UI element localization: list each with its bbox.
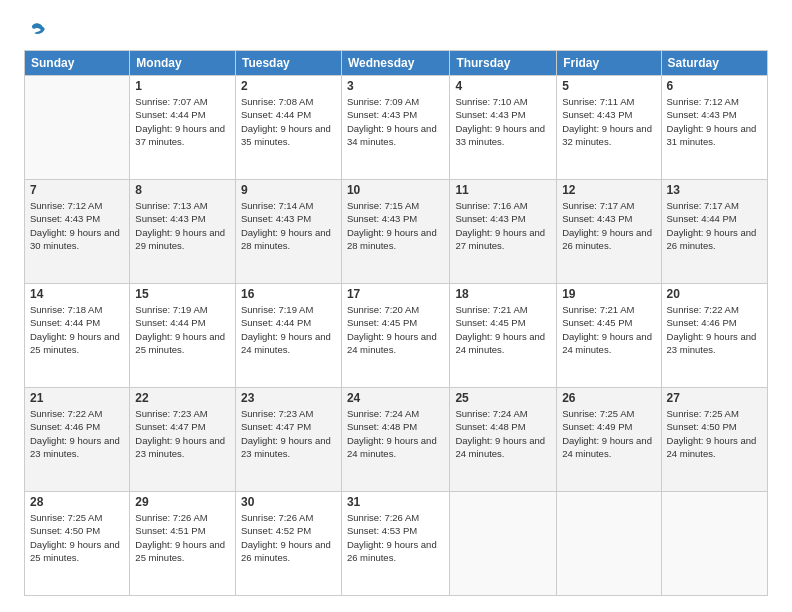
day-number: 31 [347, 495, 444, 509]
day-number: 11 [455, 183, 551, 197]
day-number: 15 [135, 287, 230, 301]
day-info: Sunrise: 7:23 AMSunset: 4:47 PMDaylight:… [135, 407, 230, 460]
day-number: 27 [667, 391, 762, 405]
calendar-cell: 29Sunrise: 7:26 AMSunset: 4:51 PMDayligh… [130, 492, 236, 596]
day-number: 21 [30, 391, 124, 405]
calendar-cell [25, 76, 130, 180]
calendar-cell: 30Sunrise: 7:26 AMSunset: 4:52 PMDayligh… [235, 492, 341, 596]
day-info: Sunrise: 7:19 AMSunset: 4:44 PMDaylight:… [135, 303, 230, 356]
col-saturday: Saturday [661, 51, 767, 76]
day-info: Sunrise: 7:22 AMSunset: 4:46 PMDaylight:… [30, 407, 124, 460]
calendar-cell: 28Sunrise: 7:25 AMSunset: 4:50 PMDayligh… [25, 492, 130, 596]
day-number: 19 [562, 287, 655, 301]
day-info: Sunrise: 7:24 AMSunset: 4:48 PMDaylight:… [347, 407, 444, 460]
calendar-cell [450, 492, 557, 596]
day-info: Sunrise: 7:18 AMSunset: 4:44 PMDaylight:… [30, 303, 124, 356]
day-info: Sunrise: 7:26 AMSunset: 4:52 PMDaylight:… [241, 511, 336, 564]
day-info: Sunrise: 7:25 AMSunset: 4:50 PMDaylight:… [30, 511, 124, 564]
col-sunday: Sunday [25, 51, 130, 76]
day-number: 3 [347, 79, 444, 93]
calendar-cell: 17Sunrise: 7:20 AMSunset: 4:45 PMDayligh… [341, 284, 449, 388]
day-info: Sunrise: 7:12 AMSunset: 4:43 PMDaylight:… [667, 95, 762, 148]
day-info: Sunrise: 7:22 AMSunset: 4:46 PMDaylight:… [667, 303, 762, 356]
day-number: 30 [241, 495, 336, 509]
day-number: 4 [455, 79, 551, 93]
calendar-cell: 6Sunrise: 7:12 AMSunset: 4:43 PMDaylight… [661, 76, 767, 180]
col-monday: Monday [130, 51, 236, 76]
day-info: Sunrise: 7:14 AMSunset: 4:43 PMDaylight:… [241, 199, 336, 252]
day-info: Sunrise: 7:13 AMSunset: 4:43 PMDaylight:… [135, 199, 230, 252]
calendar-cell [557, 492, 661, 596]
calendar-cell: 18Sunrise: 7:21 AMSunset: 4:45 PMDayligh… [450, 284, 557, 388]
calendar-week-row: 28Sunrise: 7:25 AMSunset: 4:50 PMDayligh… [25, 492, 768, 596]
day-number: 10 [347, 183, 444, 197]
calendar-cell: 16Sunrise: 7:19 AMSunset: 4:44 PMDayligh… [235, 284, 341, 388]
day-number: 8 [135, 183, 230, 197]
calendar-cell: 21Sunrise: 7:22 AMSunset: 4:46 PMDayligh… [25, 388, 130, 492]
day-info: Sunrise: 7:17 AMSunset: 4:43 PMDaylight:… [562, 199, 655, 252]
page: Sunday Monday Tuesday Wednesday Thursday… [0, 0, 792, 612]
day-number: 17 [347, 287, 444, 301]
day-number: 9 [241, 183, 336, 197]
day-number: 6 [667, 79, 762, 93]
calendar-cell: 19Sunrise: 7:21 AMSunset: 4:45 PMDayligh… [557, 284, 661, 388]
day-info: Sunrise: 7:17 AMSunset: 4:44 PMDaylight:… [667, 199, 762, 252]
calendar-cell: 27Sunrise: 7:25 AMSunset: 4:50 PMDayligh… [661, 388, 767, 492]
day-number: 22 [135, 391, 230, 405]
day-info: Sunrise: 7:08 AMSunset: 4:44 PMDaylight:… [241, 95, 336, 148]
calendar-cell: 14Sunrise: 7:18 AMSunset: 4:44 PMDayligh… [25, 284, 130, 388]
day-info: Sunrise: 7:21 AMSunset: 4:45 PMDaylight:… [455, 303, 551, 356]
day-number: 23 [241, 391, 336, 405]
calendar-cell: 31Sunrise: 7:26 AMSunset: 4:53 PMDayligh… [341, 492, 449, 596]
calendar-week-row: 21Sunrise: 7:22 AMSunset: 4:46 PMDayligh… [25, 388, 768, 492]
calendar-cell: 8Sunrise: 7:13 AMSunset: 4:43 PMDaylight… [130, 180, 236, 284]
day-number: 20 [667, 287, 762, 301]
day-info: Sunrise: 7:23 AMSunset: 4:47 PMDaylight:… [241, 407, 336, 460]
day-info: Sunrise: 7:11 AMSunset: 4:43 PMDaylight:… [562, 95, 655, 148]
calendar-cell [661, 492, 767, 596]
calendar-cell: 10Sunrise: 7:15 AMSunset: 4:43 PMDayligh… [341, 180, 449, 284]
day-number: 1 [135, 79, 230, 93]
calendar-week-row: 1Sunrise: 7:07 AMSunset: 4:44 PMDaylight… [25, 76, 768, 180]
day-number: 14 [30, 287, 124, 301]
calendar-cell: 24Sunrise: 7:24 AMSunset: 4:48 PMDayligh… [341, 388, 449, 492]
day-number: 13 [667, 183, 762, 197]
calendar-cell: 4Sunrise: 7:10 AMSunset: 4:43 PMDaylight… [450, 76, 557, 180]
day-number: 16 [241, 287, 336, 301]
calendar-cell: 2Sunrise: 7:08 AMSunset: 4:44 PMDaylight… [235, 76, 341, 180]
col-friday: Friday [557, 51, 661, 76]
day-number: 26 [562, 391, 655, 405]
day-info: Sunrise: 7:16 AMSunset: 4:43 PMDaylight:… [455, 199, 551, 252]
header [24, 20, 768, 40]
calendar-cell: 13Sunrise: 7:17 AMSunset: 4:44 PMDayligh… [661, 180, 767, 284]
day-number: 7 [30, 183, 124, 197]
calendar-cell: 26Sunrise: 7:25 AMSunset: 4:49 PMDayligh… [557, 388, 661, 492]
day-info: Sunrise: 7:10 AMSunset: 4:43 PMDaylight:… [455, 95, 551, 148]
day-number: 25 [455, 391, 551, 405]
calendar-cell: 23Sunrise: 7:23 AMSunset: 4:47 PMDayligh… [235, 388, 341, 492]
calendar-cell: 20Sunrise: 7:22 AMSunset: 4:46 PMDayligh… [661, 284, 767, 388]
calendar-cell: 15Sunrise: 7:19 AMSunset: 4:44 PMDayligh… [130, 284, 236, 388]
calendar-table: Sunday Monday Tuesday Wednesday Thursday… [24, 50, 768, 596]
day-number: 12 [562, 183, 655, 197]
day-info: Sunrise: 7:24 AMSunset: 4:48 PMDaylight:… [455, 407, 551, 460]
calendar-cell: 25Sunrise: 7:24 AMSunset: 4:48 PMDayligh… [450, 388, 557, 492]
day-number: 2 [241, 79, 336, 93]
logo-bird-icon [26, 20, 46, 40]
col-thursday: Thursday [450, 51, 557, 76]
header-row: Sunday Monday Tuesday Wednesday Thursday… [25, 51, 768, 76]
day-info: Sunrise: 7:26 AMSunset: 4:53 PMDaylight:… [347, 511, 444, 564]
calendar-cell: 9Sunrise: 7:14 AMSunset: 4:43 PMDaylight… [235, 180, 341, 284]
day-info: Sunrise: 7:21 AMSunset: 4:45 PMDaylight:… [562, 303, 655, 356]
day-number: 24 [347, 391, 444, 405]
calendar-cell: 12Sunrise: 7:17 AMSunset: 4:43 PMDayligh… [557, 180, 661, 284]
calendar-cell: 11Sunrise: 7:16 AMSunset: 4:43 PMDayligh… [450, 180, 557, 284]
calendar-week-row: 7Sunrise: 7:12 AMSunset: 4:43 PMDaylight… [25, 180, 768, 284]
day-info: Sunrise: 7:19 AMSunset: 4:44 PMDaylight:… [241, 303, 336, 356]
col-tuesday: Tuesday [235, 51, 341, 76]
calendar-week-row: 14Sunrise: 7:18 AMSunset: 4:44 PMDayligh… [25, 284, 768, 388]
day-number: 28 [30, 495, 124, 509]
day-number: 18 [455, 287, 551, 301]
day-info: Sunrise: 7:25 AMSunset: 4:49 PMDaylight:… [562, 407, 655, 460]
day-info: Sunrise: 7:09 AMSunset: 4:43 PMDaylight:… [347, 95, 444, 148]
